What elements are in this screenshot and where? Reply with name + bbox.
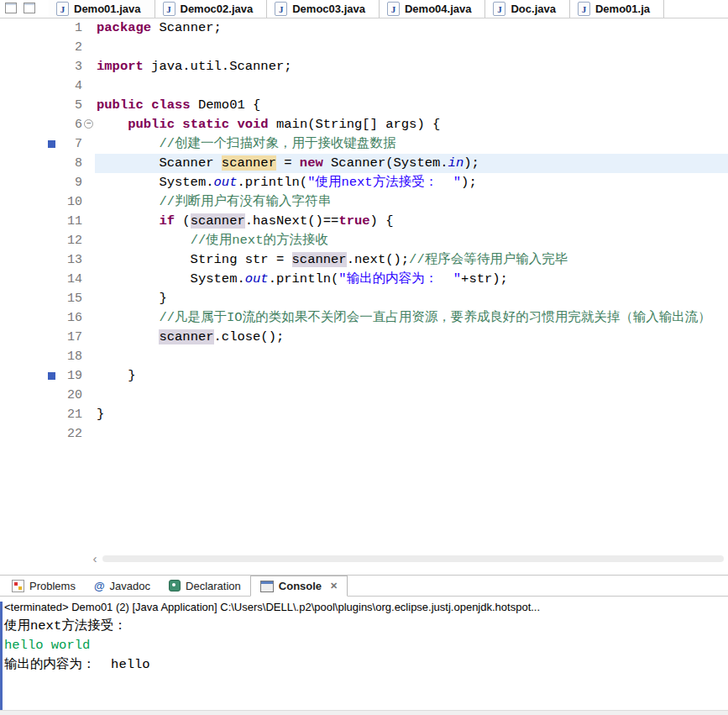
- restore-view-icon[interactable]: [5, 3, 17, 13]
- code-token: [175, 117, 182, 132]
- code-line-20: 20: [0, 386, 728, 405]
- fold-empty-cell: [82, 18, 95, 38]
- view-tab-javadoc[interactable]: @Javadoc: [85, 576, 160, 596]
- line-number[interactable]: 2: [57, 38, 82, 57]
- code-content[interactable]: public static void main(String[] args) {: [95, 115, 728, 134]
- close-icon[interactable]: ✕: [330, 581, 338, 591]
- view-tab-problems[interactable]: Problems: [3, 576, 85, 596]
- annotation-empty-cell: [45, 289, 57, 308]
- code-content[interactable]: if (scanner.hasNext()==true) {: [95, 212, 728, 231]
- code-content[interactable]: import java.util.Scanner;: [95, 57, 728, 76]
- view-tab-label: Declaration: [186, 580, 241, 592]
- code-content[interactable]: package Scanner;: [95, 18, 728, 38]
- editor-tab-demo04-java[interactable]: JDemo04.java: [380, 0, 486, 18]
- code-token: Scanner: [97, 155, 222, 171]
- line-number[interactable]: 5: [57, 96, 82, 115]
- code-content[interactable]: [95, 38, 728, 57]
- editor-tab-democ02-java[interactable]: JDemoc02.java: [155, 0, 268, 18]
- line-number[interactable]: 22: [57, 424, 82, 444]
- code-token: Scanner(System.: [323, 155, 448, 171]
- code-token: );: [464, 155, 479, 171]
- fold-collapse-icon[interactable]: −: [84, 119, 93, 129]
- line-number[interactable]: 13: [57, 250, 82, 270]
- line-number[interactable]: 4: [57, 76, 82, 96]
- code-content[interactable]: [95, 424, 728, 444]
- editor-horizontal-scrollbar[interactable]: ‹: [0, 553, 728, 565]
- line-number[interactable]: 9: [57, 173, 82, 192]
- code-content[interactable]: [95, 347, 728, 366]
- line-number[interactable]: 12: [57, 231, 82, 250]
- code-lines: 1package Scanner;23import java.util.Scan…: [0, 18, 728, 444]
- minimized-view-icon[interactable]: [24, 3, 35, 13]
- editor-tab-label: Demo04.java: [405, 3, 472, 15]
- console-output[interactable]: 使用next方法接受：hello world输出的内容为： hello: [4, 617, 726, 675]
- code-content[interactable]: scanner.close();: [95, 328, 728, 347]
- console-horizontal-scrollbar[interactable]: [0, 710, 728, 715]
- code-content[interactable]: //使用next的方法接收: [95, 231, 728, 250]
- code-token: =: [276, 155, 300, 171]
- code-content[interactable]: //凡是属于IO流的类如果不关闭会一直占用资源，要养成良好的习惯用完就关掉（输入…: [95, 308, 728, 328]
- code-token: //创建一个扫描对象，用于接收键盘数据: [159, 136, 395, 151]
- line-number[interactable]: 17: [57, 328, 82, 347]
- code-line-9: 9 System.out.println("使用next方法接受： ");: [0, 173, 728, 192]
- code-line-3: 3import java.util.Scanner;: [0, 57, 728, 76]
- line-number[interactable]: 7: [57, 134, 82, 154]
- editor-tab-democ03-java[interactable]: JDemoc03.java: [267, 0, 380, 18]
- code-content[interactable]: //创建一个扫描对象，用于接收键盘数据: [95, 134, 728, 154]
- line-number[interactable]: 10: [57, 192, 82, 212]
- code-content[interactable]: System.out.println("使用next方法接受： ");: [95, 173, 728, 192]
- line-number[interactable]: 21: [57, 405, 82, 424]
- code-line-16: 16 //凡是属于IO流的类如果不关闭会一直占用资源，要养成良好的习惯用完就关掉…: [0, 308, 728, 328]
- java-file-icon: J: [56, 2, 69, 16]
- annotation-empty-cell: [45, 328, 57, 347]
- code-content[interactable]: }: [95, 405, 728, 424]
- code-token: .close();: [214, 329, 285, 344]
- code-content[interactable]: }: [95, 366, 728, 386]
- code-token: (: [175, 213, 191, 229]
- code-token: Scanner;: [151, 20, 222, 35]
- range-indicator-icon: [48, 140, 55, 148]
- code-content[interactable]: [95, 76, 728, 96]
- code-token: }: [97, 407, 104, 422]
- code-line-17: 17 scanner.close();: [0, 328, 728, 347]
- line-number[interactable]: 1: [57, 18, 82, 38]
- fold-empty-cell: [82, 250, 95, 270]
- code-content[interactable]: String str = scanner.next();//程序会等待用户输入完…: [95, 250, 728, 270]
- code-token: [97, 329, 159, 344]
- line-number[interactable]: 15: [57, 289, 82, 308]
- line-number[interactable]: 11: [57, 212, 82, 231]
- code-content[interactable]: //判断用户有没有输入字符串: [95, 192, 728, 212]
- editor-tab-doc-java[interactable]: JDoc.java: [485, 0, 569, 18]
- line-number[interactable]: 3: [57, 57, 82, 76]
- annotation-empty-cell: [45, 308, 57, 328]
- view-tab-declaration[interactable]: Declaration: [160, 576, 250, 596]
- editor-tab-demo01-java[interactable]: JDemo01.java: [49, 0, 155, 18]
- code-token: "输出的内容为： ": [338, 271, 461, 287]
- line-number[interactable]: 20: [57, 386, 82, 405]
- annotation-empty-cell: [45, 115, 57, 134]
- code-line-6: 6− public static void main(String[] args…: [0, 115, 728, 134]
- scrollbar-track[interactable]: [102, 555, 724, 562]
- code-editor[interactable]: 1package Scanner;23import java.util.Scan…: [0, 18, 728, 553]
- view-tab-console[interactable]: Console✕: [250, 576, 348, 597]
- code-content[interactable]: public class Demo01 {: [95, 96, 728, 115]
- line-number[interactable]: 16: [57, 308, 82, 328]
- line-number[interactable]: 14: [57, 270, 82, 289]
- line-number[interactable]: 6: [57, 115, 82, 134]
- console-line: hello world: [4, 636, 726, 655]
- editor-tab-label: Doc.java: [511, 3, 555, 15]
- editor-tabs: JDemo01.javaJDemoc02.javaJDemoc03.javaJD…: [49, 0, 728, 18]
- scroll-left-arrow-icon[interactable]: ‹: [89, 553, 101, 565]
- view-corner-controls: [0, 0, 49, 18]
- code-content[interactable]: System.out.println("输出的内容为： "+str);: [95, 270, 728, 289]
- line-number[interactable]: 8: [57, 154, 82, 173]
- line-number[interactable]: 18: [57, 347, 82, 366]
- annotation-empty-cell: [45, 270, 57, 289]
- code-content[interactable]: Scanner scanner = new Scanner(System.in)…: [95, 154, 728, 173]
- line-number[interactable]: 19: [57, 366, 82, 386]
- code-token: in: [448, 155, 464, 171]
- code-content[interactable]: [95, 386, 728, 405]
- editor-tab-demo01-ja[interactable]: JDemo01.ja: [570, 0, 664, 18]
- code-content[interactable]: }: [95, 289, 728, 308]
- code-line-8: 8 Scanner scanner = new Scanner(System.i…: [0, 154, 728, 173]
